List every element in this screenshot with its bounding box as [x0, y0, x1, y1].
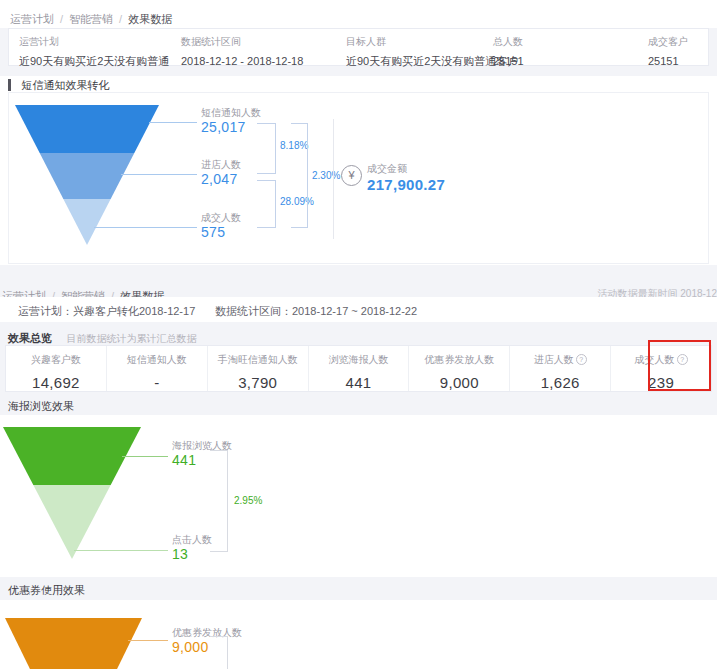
info-col-customers: 成交客户 25151: [648, 36, 688, 68]
info-label: 成交客户: [648, 36, 688, 48]
sms-section-title: 短信通知效果转化: [21, 79, 109, 91]
breadcrumb: 运营计划/智能营销/效果数据: [10, 9, 172, 27]
section-title-bar: [8, 79, 11, 91]
conversion-bracket-overall: [291, 123, 308, 228]
breadcrumb-item-current: 效果数据: [128, 13, 172, 25]
funnel-level-visit: 进店人数 2,047: [201, 159, 241, 187]
coupon-section-title: 优惠券使用效果: [8, 583, 85, 598]
info-value: 2018-12-12 - 2018-12-18: [181, 54, 303, 68]
date-range: 数据统计区间：2018-12-17 ~ 2018-12-22: [215, 304, 417, 319]
info-icon[interactable]: ?: [576, 354, 587, 365]
poster-funnel-chart: [3, 427, 141, 559]
connector-line: [94, 227, 197, 228]
funnel-level-value: 2,047: [201, 171, 241, 187]
funnel-level-deal: 成交人数 575: [201, 212, 241, 240]
connector-line: [128, 640, 168, 641]
coupon-funnel-card: 优惠券发放人数 9,000: [0, 600, 717, 669]
conversion-rate: 2.95%: [234, 495, 262, 506]
stat-label: 进店人数?: [510, 353, 610, 367]
connector-line: [149, 122, 197, 123]
deal-amount-label: 成交金额: [367, 162, 407, 176]
range-value: 2018-12-17 ~ 2018-12-22: [292, 305, 417, 317]
connector-line: [74, 550, 168, 551]
info-value: 近90天有购买近2天没有购普通: [19, 54, 169, 68]
coupon-funnel-chart: [5, 618, 142, 669]
info-label: 运营计划: [19, 36, 169, 48]
sms-funnel-chart: [15, 105, 159, 245]
deal-amount-value: 217,900.27: [367, 176, 445, 193]
stat-value: 3,790: [208, 374, 308, 391]
sms-funnel-card: 短信通知人数 25,017 进店人数 2,047 成交人数 575 8.18% …: [8, 92, 709, 264]
stat-label: 浏览海报人数: [309, 353, 409, 367]
breadcrumb-item-marketing[interactable]: 智能营销: [69, 13, 113, 25]
conversion-rate-overall: 2.30%: [312, 170, 340, 181]
stat-column-sms: 短信通知人数 -: [106, 346, 207, 391]
page: { "colors": { "accent_blue": "#3a8ee6", …: [0, 0, 717, 669]
highlight-box-deal-count: [648, 340, 711, 391]
stat-column-poster-view: 浏览海报人数 441: [308, 346, 409, 391]
funnel-level-sms: 短信通知人数 25,017: [201, 107, 261, 135]
overview-title: 效果总览: [8, 332, 52, 344]
breadcrumb-separator: /: [60, 13, 63, 25]
info-col-plan: 运营计划 近90天有购买近2天没有购普通: [19, 36, 169, 68]
info-label: 总人数: [493, 36, 524, 48]
funnel-level-value: 575: [201, 224, 241, 240]
conversion-bracket: [210, 450, 228, 552]
connector-line: [121, 174, 197, 175]
stat-column-visit: 进店人数? 1,626: [509, 346, 610, 391]
range-label: 数据统计区间：: [215, 305, 292, 317]
stat-value: 441: [309, 374, 409, 391]
plan-label: 运营计划：: [18, 305, 73, 317]
info-col-range: 数据统计区间 2018-12-12 - 2018-12-18: [181, 36, 303, 68]
funnel-segment-click: [3, 485, 141, 559]
campaign-info-card: 运营计划 近90天有购买近2天没有购普通 数据统计区间 2018-12-12 -…: [8, 28, 709, 66]
funnel-level-label: 成交人数: [201, 212, 241, 224]
info-label: 数据统计区间: [181, 36, 303, 48]
overview-note: 目前数据统计为累计汇总数据: [66, 333, 196, 344]
funnel-level-label: 优惠券发放人数: [172, 627, 242, 639]
funnel-level-click: 点击人数 13: [172, 534, 212, 562]
funnel-segment-coupon: [5, 618, 142, 669]
funnel-level-coupon: 优惠券发放人数 9,000: [172, 627, 242, 655]
funnel-level-label: 进店人数: [201, 159, 241, 171]
funnel-level-value: 25,017: [201, 119, 261, 135]
funnel-segment-visit: [15, 153, 159, 199]
plan-value: 兴趣客户转化2018-12-17: [73, 305, 195, 317]
conversion-bracket-1: [257, 123, 276, 174]
conversion-bracket-2: [257, 180, 276, 228]
info-value: 25151: [493, 54, 524, 68]
stat-column-interest: 兴趣客户数 14,692: [6, 346, 106, 391]
stat-column-wangxin: 手淘旺信通知人数 3,790: [207, 346, 308, 391]
funnel-level-value: 13: [172, 546, 212, 562]
stat-label: 手淘旺信通知人数: [208, 353, 308, 367]
poster-funnel-card: 海报浏览人数 441 点击人数 13 2.95%: [0, 415, 717, 577]
stat-value: 1,626: [510, 374, 610, 391]
connector-line: [122, 456, 168, 457]
stat-label: 优惠券发放人数: [409, 353, 509, 367]
funnel-level-value: 9,000: [172, 639, 242, 655]
vertical-divider: [333, 119, 334, 239]
conversion-bracket-partial: [210, 636, 228, 669]
stat-label: 兴趣客户数: [6, 353, 106, 367]
funnel-level-label: 点击人数: [172, 534, 212, 546]
overview-title-row: 效果总览 目前数据统计为累计汇总数据: [8, 328, 196, 346]
stat-value: 14,692: [6, 374, 106, 391]
stat-label: 短信通知人数: [107, 353, 207, 367]
funnel-segment-sms: [15, 105, 159, 153]
stat-column-coupon: 优惠券发放人数 9,000: [408, 346, 509, 391]
poster-section-title: 海报浏览效果: [8, 399, 74, 414]
breadcrumb-item-plan[interactable]: 运营计划: [10, 13, 54, 25]
stat-value: 9,000: [409, 374, 509, 391]
breadcrumb-separator: /: [119, 13, 122, 25]
stat-value: -: [107, 374, 207, 391]
funnel-level-label: 短信通知人数: [201, 107, 261, 119]
info-value: 25151: [648, 54, 688, 68]
currency-icon: ¥: [341, 165, 362, 186]
info-col-total: 总人数 25151: [493, 36, 524, 68]
funnel-segment-deal: [15, 199, 159, 245]
plan-row: 运营计划：兴趣客户转化2018-12-17 数据统计区间：2018-12-17 …: [0, 297, 717, 322]
plan-name: 运营计划：兴趣客户转化2018-12-17: [18, 304, 195, 319]
funnel-segment-poster-view: [3, 427, 141, 485]
overview-stats-card: 兴趣客户数 14,692 短信通知人数 - 手淘旺信通知人数 3,790 浏览海…: [5, 345, 712, 392]
